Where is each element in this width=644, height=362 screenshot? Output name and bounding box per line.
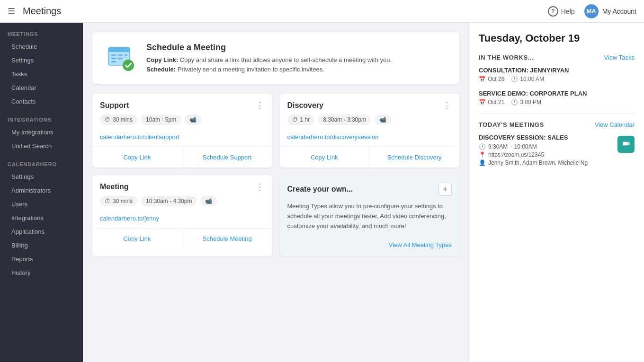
badge-duration-meeting: ⏱ 30 mins [100,196,137,206]
badge-video-support: 📹 [185,115,201,125]
svg-rect-6 [118,58,123,59]
upcoming-event-2-meta: 📅 Oct 21 🕐 3:00 PM [479,99,635,106]
card-link-discovery: calendarhero.to/discoverysession [280,130,460,147]
copy-link-button-discovery[interactable]: Copy Link [280,147,370,168]
link-support[interactable]: calendarhero.to/clientsupport [100,133,179,141]
sidebar-item-applications[interactable]: Applications [0,225,83,238]
svg-rect-3 [118,54,123,56]
today-event-1-time: 🕐 9:30AM – 10:00AM [479,143,617,150]
view-calendar-link[interactable]: View Calendar [595,121,635,128]
badge-duration-support: ⏱ 30 mins [100,115,137,125]
help-icon: ? [548,6,558,17]
card-actions-discovery: Copy Link Schedule Discovery [280,147,460,168]
svg-point-8 [123,60,134,71]
account-button[interactable]: MA My Account [584,4,636,18]
time-icon-today: 🕐 [479,143,486,150]
view-tasks-link[interactable]: View Tasks [604,54,635,61]
card-menu-support[interactable]: ⋮ [256,101,265,110]
sidebar-item-history[interactable]: History [0,266,83,280]
right-panel: Tuesday, October 19 IN THE WORKS... View… [469,23,644,362]
upcoming-event-1: CONSULTATION: JENNY/RYAN 📅 Oct 26 🕐 10:0… [479,67,635,82]
clock-icon-1: 🕐 [511,76,518,82]
card-header-discovery: Discovery ⋮ [280,94,460,115]
schedule-meeting-button[interactable]: Schedule Meeting [182,229,272,249]
svg-rect-4 [125,54,127,56]
help-button[interactable]: ? Help [548,6,575,17]
meeting-card-support: Support ⋮ ⏱ 30 mins 10am - 5pm 📹 calenda… [92,94,272,168]
svg-rect-2 [111,54,116,56]
upcoming-event-1-meta: 📅 Oct 26 🕐 10:00 AM [479,76,635,82]
hamburger-menu[interactable]: ☰ [8,6,15,17]
svg-rect-1 [108,47,130,52]
badge-hours-discovery: 8:30am - 3:30pm [318,115,371,125]
sidebar-item-billing[interactable]: Billing [0,238,83,252]
schedule-support-button[interactable]: Schedule Support [182,147,272,168]
create-card-plus-button[interactable]: + [438,183,452,196]
create-own-card: Create your own... + Meeting Types allow… [280,175,460,256]
today-event-1: DISCOVERY SESSION: SALES 🕐 9:30AM – 10:0… [479,134,635,168]
badge-video-discovery: 📹 [375,115,391,125]
upcoming-event-1-time: 🕐 10:00 AM [511,76,544,82]
sidebar-item-contacts[interactable]: Contacts [0,95,83,108]
sidebar: MEETINGS Schedule Settings Tasks Calenda… [0,23,83,362]
create-card-footer: View All Meeting Types [287,240,452,249]
card-badges-meeting: ⏱ 30 mins 10:30am - 4:30pm 📹 [92,196,272,211]
sidebar-item-unified-search[interactable]: Unified Search [0,139,83,153]
create-card-header: Create your own... + [287,183,452,196]
card-menu-discovery[interactable]: ⋮ [443,101,452,110]
sidebar-section-calendarhero: CALENDARHERO [0,153,83,170]
sidebar-section-meetings: MEETINGS [0,23,83,40]
sidebar-item-calendar[interactable]: Calendar [0,81,83,95]
copy-link-button-meeting[interactable]: Copy Link [92,229,182,249]
sidebar-item-settings-ch[interactable]: Settings [0,170,83,184]
banner-title: Schedule a Meeting [146,43,392,53]
meeting-grid: Support ⋮ ⏱ 30 mins 10am - 5pm 📹 calenda… [92,94,459,256]
sidebar-item-administrators[interactable]: Administrators [0,184,83,197]
schedule-discovery-button[interactable]: Schedule Discovery [369,147,459,168]
create-card-title: Create your own... [287,185,353,194]
clock-icon-2: 🕐 [511,99,518,106]
sidebar-item-settings-meetings[interactable]: Settings [0,53,83,67]
badge-video-meeting: 📹 [200,196,217,206]
upcoming-event-2-date: 📅 Oct 21 [479,99,504,106]
view-all-meeting-types-link[interactable]: View All Meeting Types [389,241,452,248]
today-event-1-attendees: 👤 Jenny Smith, Adam Brown, Michelle Ng [479,159,617,166]
meeting-card-discovery: Discovery ⋮ ⏱ 1 hr 8:30am - 3:30pm 📹 cal… [280,94,460,168]
upcoming-event-2-time: 🕐 3:00 PM [511,99,541,106]
card-title-meeting: Meeting [100,183,128,191]
svg-rect-7 [111,61,116,62]
sidebar-item-my-integrations[interactable]: My Integrations [0,125,83,139]
upcoming-event-2-name: SERVICE DEMO: CORPORATE PLAN [479,90,635,97]
card-actions-support: Copy Link Schedule Support [92,147,272,168]
help-label: Help [561,8,575,15]
card-actions-meeting: Copy Link Schedule Meeting [92,228,272,249]
banner-schedule-label: Schedule: [146,66,176,73]
person-icon-today: 👤 [479,159,486,166]
sidebar-item-users[interactable]: Users [0,197,83,211]
link-discovery[interactable]: calendarhero.to/discoverysession [287,133,379,141]
badge-hours-support: 10am - 5pm [141,115,181,125]
sidebar-item-reports[interactable]: Reports [0,252,83,266]
layout: MEETINGS Schedule Settings Tasks Calenda… [0,23,644,362]
today-event-1-info: DISCOVERY SESSION: SALES 🕐 9:30AM – 10:0… [479,134,617,168]
todays-meetings-header: TODAY'S MEETINGS View Calendar [479,121,635,128]
header-right: ? Help MA My Account [548,4,636,18]
link-meeting[interactable]: calendarhero.to/jenny [100,215,159,222]
card-title-discovery: Discovery [287,101,324,110]
sidebar-item-tasks[interactable]: Tasks [0,67,83,81]
badge-hours-meeting: 10:30am - 4:30pm [141,196,197,206]
sidebar-item-integrations-ch[interactable]: Integrations [0,211,83,225]
join-meeting-button[interactable] [617,136,635,153]
copy-link-button-support[interactable]: Copy Link [92,147,182,168]
app-header: ☰ Meetings ? Help MA My Account [0,0,644,23]
card-link-meeting: calendarhero.to/jenny [92,211,272,228]
location-icon-today: 📍 [479,151,486,158]
card-menu-meeting[interactable]: ⋮ [256,183,265,191]
today-event-1-location: 📍 https://zoom.us/12345 [479,151,617,158]
card-link-support: calendarhero.to/clientsupport [92,130,272,147]
banner-description: Copy Link: Copy and share a link that al… [146,55,392,74]
meeting-card-meeting: Meeting ⋮ ⏱ 30 mins 10:30am - 4:30pm 📹 c… [92,175,272,256]
svg-rect-5 [111,58,116,59]
sidebar-item-schedule[interactable]: Schedule [0,40,83,53]
create-card-body: Meeting Types allow you to pre-configure… [287,202,452,231]
